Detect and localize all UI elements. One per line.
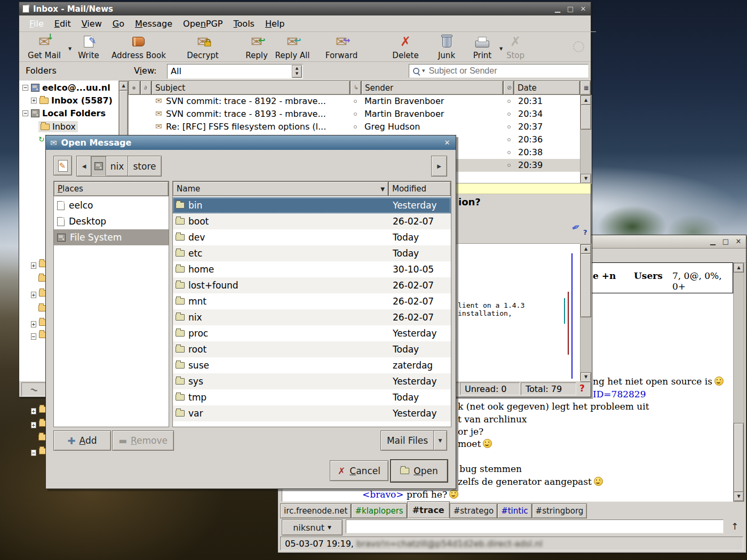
menu-file[interactable]: File [25,18,49,30]
offline-indicator[interactable]: ~ [21,382,47,396]
menu-edit[interactable]: Edit [50,18,76,30]
column-thread[interactable]: ↳ [350,81,361,95]
get-mail-dropdown-icon[interactable]: ▼ [68,46,71,51]
scroll-down-icon[interactable]: ▼ [581,174,591,183]
file-row[interactable]: dev Today [173,229,451,245]
delete-button[interactable]: ✗ Delete [392,34,418,60]
place-item-eelco[interactable]: eelco [54,197,169,213]
file-row[interactable]: home 30-10-05 [173,261,451,277]
close-icon[interactable]: ✕ [443,139,451,147]
file-row[interactable]: var Yesterday [173,405,451,421]
open-button[interactable]: Open [390,459,448,483]
reply-all-button[interactable]: ✉ ↩ Reply All [275,34,310,60]
column-subject[interactable]: Subject [152,81,350,95]
get-mail-button[interactable]: ✉ ↓ Get Mail [28,34,61,60]
type-filename-toggle[interactable] [53,156,72,175]
remove-button[interactable]: ▬ Remove [112,430,174,451]
search-input[interactable] [427,66,588,76]
column-attachment[interactable]: ∂ [140,81,152,95]
close-icon[interactable]: ✕ [734,238,743,245]
tab-trace-active[interactable]: #trace [407,501,450,518]
file-row[interactable]: sys Yesterday [173,373,451,389]
expand-icon[interactable]: + [31,98,37,103]
preview-scrollbar[interactable]: ▲ ▼ [580,244,592,382]
tab-stringborg[interactable]: #stringborg [532,503,587,518]
mail-titlebar[interactable]: Inbox - Mail/News ▁ □ ✕ [19,2,591,15]
file-row[interactable]: proc Yesterday [173,325,451,341]
tree-item-local-inbox[interactable]: Inbox [38,121,78,132]
tree-item-account[interactable]: − eelco@...uu.nl [22,83,110,93]
scroll-up-icon[interactable]: ▲ [581,244,591,254]
path-back-button[interactable]: ◀ [76,156,92,177]
write-button[interactable]: ✎ Write [78,34,99,60]
message-row[interactable]: ✉ SVN commit: trace - 8193 - mbrave... M… [129,108,580,121]
message-row[interactable]: ✉ Re: [RFC] FSFS filesystem options (l..… [129,121,580,133]
enigmail-pen-icon[interactable]: ✒ [569,220,583,235]
message-row[interactable]: ✉ SVN commit: trace - 8192 - mbrave... M… [129,95,580,108]
menu-openpgp[interactable]: OpenPGP [178,18,227,30]
tree-item-inbox-account[interactable]: + Inbox (5587) [31,95,113,106]
tab-server[interactable]: irc.freenode.net [280,503,351,518]
filter-select[interactable]: Mail Files [380,430,434,451]
collapse-icon[interactable]: − [22,85,28,91]
menu-view[interactable]: View [77,18,107,30]
column-name[interactable]: Name ▼ [173,181,388,196]
collapse-icon[interactable]: − [22,110,28,116]
filter-select-arrow[interactable]: ▼ [433,430,447,451]
file-row-selected[interactable]: bin Yesterday [173,197,451,213]
address-book-button[interactable]: Address Book [112,34,166,60]
cancel-button[interactable]: ✗ Cancel [330,460,388,481]
file-row[interactable]: boot 26-02-07 [173,213,451,229]
maximize-icon[interactable]: □ [566,5,575,13]
message-list-scrollbar[interactable]: ▲ ▼ [580,95,592,184]
menu-message[interactable]: Message [130,18,177,30]
search-box[interactable]: ▼ [409,64,589,78]
file-row[interactable]: suse zaterdag [173,357,451,373]
print-button[interactable]: Print [473,34,492,60]
menu-go[interactable]: Go [108,18,129,30]
tree-item-local-folders[interactable]: − Local Folders [22,108,106,118]
column-sender[interactable]: Sender [361,81,503,95]
menu-help[interactable]: Help [260,18,289,30]
enigmail-status-icon[interactable]: ? [579,383,585,394]
junk-button[interactable]: Junk [438,34,455,60]
column-flag[interactable] [129,81,140,95]
irc-message-input[interactable] [346,519,724,533]
chat-nick[interactable]: <bravo> [362,489,403,500]
view-select[interactable]: All ▲▼ [167,64,303,79]
column-junk[interactable]: ⊘ [503,81,514,95]
file-row[interactable]: mnt 26-02-07 [173,293,451,309]
add-button[interactable]: ✚ Add [53,430,111,451]
forward-button[interactable]: ✉ ↪ Forward [325,34,357,60]
menu-tools[interactable]: Tools [229,18,259,30]
chat-line-link[interactable]: ID=782829 [593,389,646,399]
decrypt-button[interactable]: ✉ Decrypt [187,34,218,60]
file-row[interactable]: nix 26-02-07 [173,309,451,325]
scroll-down-icon[interactable]: ▼ [734,492,744,501]
dialog-titlebar[interactable]: ✉ Open Message ✕ [46,135,456,150]
scroll-up-icon[interactable]: ▲ [581,95,591,105]
search-dropdown-icon[interactable]: ▼ [422,69,425,73]
file-row[interactable]: lost+found 26-02-07 [173,277,451,293]
path-forward-button[interactable]: ▶ [431,156,447,177]
tab-klaplopers[interactable]: #klaplopers [351,503,407,518]
minimize-icon[interactable]: ▁ [553,5,562,13]
maximize-icon[interactable]: □ [721,238,730,245]
scroll-up-icon[interactable]: ▲ [734,263,744,273]
irc-scrollbar[interactable]: ▲ ▼ [733,262,744,502]
scroll-up-icon[interactable]: ▲ [119,81,128,91]
column-picker-button[interactable]: ▦ [580,81,591,95]
path-segment-store[interactable]: store [128,156,162,177]
file-row[interactable]: tmp Today [173,389,451,405]
path-segment-nix[interactable]: nix [106,156,129,177]
tab-stratego[interactable]: #stratego [450,503,497,518]
file-row[interactable]: root Today [173,341,451,357]
close-icon[interactable]: ✕ [579,5,587,13]
tab-tintic[interactable]: #tintic [497,503,531,518]
minimize-icon[interactable]: ▁ [709,238,717,245]
send-up-icon[interactable]: ↑ [731,521,738,532]
column-modified[interactable]: Modified [388,181,451,196]
view-select-arrows[interactable]: ▲▼ [292,65,302,78]
path-root-button[interactable] [91,156,107,177]
nick-button[interactable]: niksnut▼ [282,519,343,535]
